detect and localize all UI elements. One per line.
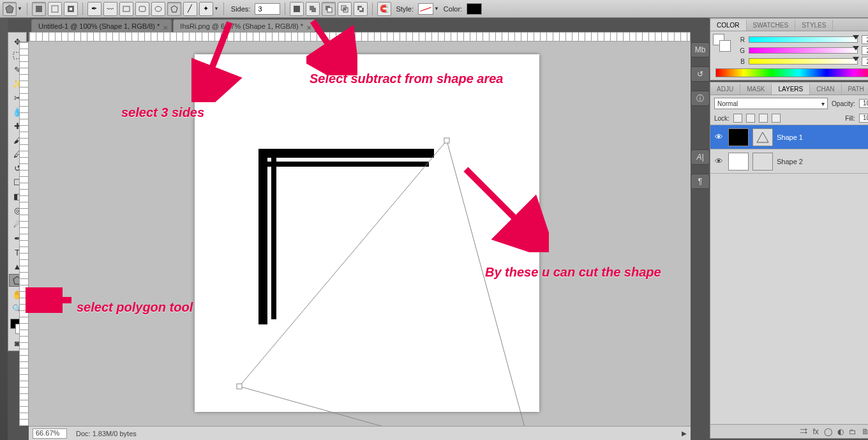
svg-rect-13 — [327, 8, 332, 12]
tab-layers[interactable]: LAYERS — [772, 84, 810, 95]
color-panel: COLOR SWATCHES STYLES ▾≡ R 255 G — [710, 18, 868, 80]
tab-styles[interactable]: STYLES — [795, 20, 833, 31]
artboard[interactable] — [195, 54, 539, 412]
polygon-shape-icon[interactable] — [167, 2, 181, 16]
slider-g[interactable] — [749, 47, 858, 54]
color-picker[interactable] — [467, 3, 482, 15]
ruler-horizontal[interactable] — [29, 32, 691, 42]
style-picker[interactable] — [418, 3, 433, 15]
value-g[interactable]: 255 — [862, 46, 868, 55]
document-tabs: Untitled-1 @ 100% (Shape 1, RGB/8) * ✕ I… — [29, 18, 702, 32]
chevron-down-icon[interactable]: ▼ — [434, 6, 439, 11]
colorpanel-bg-swatch[interactable] — [719, 40, 731, 52]
snap-icon[interactable]: 🧲 — [377, 2, 391, 16]
paragraph-icon[interactable]: ¶ — [691, 174, 710, 189]
value-b[interactable]: 255 — [862, 57, 868, 66]
canvas-area[interactable] — [29, 42, 691, 426]
layer-row-shape2[interactable]: 👁 Shape 2 — [710, 149, 868, 174]
spectrum-strip[interactable] — [715, 68, 868, 77]
layer-thumb[interactable] — [728, 128, 749, 146]
doc-size-label: Doc: 1.83M/0 bytes — [76, 430, 137, 437]
lock-pixels-icon[interactable] — [746, 114, 755, 123]
chevron-down-icon[interactable]: ▼ — [17, 6, 22, 11]
mask-icon[interactable]: ◯ — [824, 427, 832, 436]
layer-thumb[interactable] — [728, 153, 749, 171]
visibility-icon[interactable]: 👁 — [713, 132, 724, 142]
character-icon[interactable]: A| — [691, 149, 710, 165]
fill-pixels-mode-icon[interactable] — [64, 2, 78, 16]
right-dock: Mb ↺ ⓘ A| ¶ COLOR SWATCHES STYLES ▾≡ R — [691, 18, 868, 440]
svg-marker-8 — [171, 6, 177, 12]
lock-position-icon[interactable] — [759, 114, 768, 123]
tab-masks[interactable]: MASK — [740, 84, 772, 95]
blend-mode-select[interactable]: Normal▾ — [714, 98, 828, 109]
group-icon[interactable]: 🗀 — [849, 427, 857, 436]
line-shape-icon[interactable]: ╱ — [183, 2, 197, 16]
slider-r[interactable] — [749, 36, 858, 43]
opacity-input[interactable]: 100% — [859, 99, 868, 108]
ruler-vertical[interactable] — [19, 42, 29, 426]
shape-l — [258, 149, 434, 324]
shape-layers-mode-icon[interactable] — [32, 2, 46, 16]
dock-icon-strip: Mb ↺ ⓘ A| ¶ — [691, 18, 710, 440]
svg-rect-11 — [311, 8, 316, 12]
status-play-icon[interactable]: ▶ — [682, 430, 687, 437]
document-tab-2-label: IhsRi.png @ 66.7% (Shape 1, RGB/8) * — [180, 22, 303, 30]
polygon-tool-preset-icon[interactable] — [3, 2, 17, 16]
svg-marker-26 — [757, 132, 768, 142]
adjustment-icon[interactable]: ◐ — [837, 427, 844, 436]
rounded-rect-shape-icon[interactable] — [135, 2, 149, 16]
lock-transparency-icon[interactable] — [733, 114, 742, 123]
new-layer-icon[interactable]: 🗎 — [862, 427, 868, 436]
chevron-down-icon[interactable]: ▼ — [214, 6, 219, 11]
svg-rect-25 — [237, 384, 242, 389]
link-layers-icon[interactable]: ⮆ — [800, 427, 807, 436]
fill-input[interactable]: 100% — [859, 114, 868, 123]
freeform-pen-icon[interactable]: 〰 — [103, 2, 117, 16]
tab-color[interactable]: COLOR — [710, 20, 747, 31]
svg-rect-6 — [139, 6, 146, 11]
style-label: Style: — [396, 5, 414, 13]
lock-all-icon[interactable] — [772, 114, 781, 123]
history-icon[interactable]: ↺ — [691, 66, 710, 82]
layers-footer: ⮆ fx ◯ ◐ 🗀 🗎 🗑 — [710, 424, 868, 438]
document-tab-1[interactable]: Untitled-1 @ 100% (Shape 1, RGB/8) * ✕ — [31, 19, 172, 32]
path-op-new-icon[interactable] — [290, 2, 304, 16]
options-bar: ▼ ✒ 〰 ╱ ✦ ▼ Sides: 🧲 Style: ▼ Color: — [0, 0, 868, 18]
tab-paths[interactable]: PATH — [842, 84, 868, 95]
svg-rect-1 — [36, 6, 42, 12]
fx-icon[interactable]: fx — [812, 427, 818, 436]
sides-input[interactable] — [255, 3, 280, 15]
status-bar: 66.67% Doc: 1.83M/0 bytes ▶ — [29, 426, 691, 440]
custom-shape-icon[interactable]: ✦ — [199, 2, 213, 16]
layer-row-shape1[interactable]: 👁 Shape 1 — [710, 125, 868, 149]
tab-adjustments[interactable]: ADJU — [710, 84, 740, 95]
path-op-subtract-icon[interactable] — [322, 2, 336, 16]
zoom-input[interactable]: 66.67% — [33, 429, 67, 439]
svg-marker-0 — [6, 5, 13, 13]
layer-name: Shape 2 — [777, 158, 803, 165]
layer-name: Shape 1 — [777, 133, 803, 141]
ellipse-shape-icon[interactable] — [151, 2, 165, 16]
fill-label: Fill: — [845, 115, 855, 122]
vector-mask-thumb[interactable] — [752, 153, 773, 171]
slider-b[interactable] — [749, 58, 858, 64]
document-tab-2[interactable]: IhsRi.png @ 66.7% (Shape 1, RGB/8) * ✕ — [173, 19, 315, 32]
layers-panel: ADJU MASK LAYERS CHAN PATH ▾≡ Normal▾ Op… — [710, 82, 868, 439]
rectangle-shape-icon[interactable] — [119, 2, 133, 16]
r-label: R — [738, 36, 745, 43]
tab-channels[interactable]: CHAN — [810, 84, 841, 95]
path-op-add-icon[interactable] — [306, 2, 320, 16]
pen-icon[interactable]: ✒ — [87, 2, 101, 16]
minibridge-icon[interactable]: Mb — [691, 42, 710, 57]
vector-mask-thumb[interactable] — [752, 128, 773, 146]
value-r[interactable]: 255 — [862, 35, 868, 44]
path-op-intersect-icon[interactable] — [338, 2, 352, 16]
color-label: Color: — [444, 5, 462, 13]
svg-rect-19 — [359, 8, 362, 10]
info-icon[interactable]: ⓘ — [691, 91, 710, 106]
tab-swatches[interactable]: SWATCHES — [747, 20, 796, 31]
path-op-exclude-icon[interactable] — [354, 2, 368, 16]
paths-mode-icon[interactable] — [48, 2, 62, 16]
visibility-icon[interactable]: 👁 — [713, 156, 724, 166]
